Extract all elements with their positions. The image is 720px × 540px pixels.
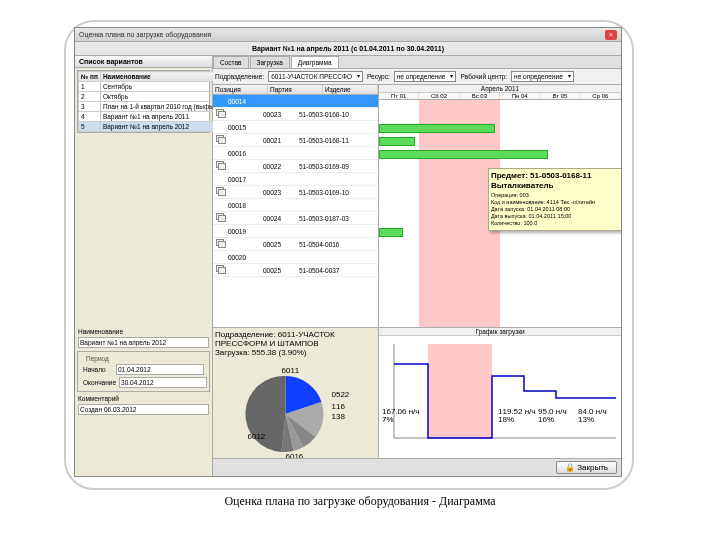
- position-row[interactable]: 0002151-0503-0168-11: [213, 134, 378, 147]
- tab-zagruzka[interactable]: Загрузка: [250, 56, 290, 68]
- resource-dropdown[interactable]: не определение: [394, 71, 457, 82]
- lock-icon: 🔒: [565, 463, 575, 472]
- svg-text:116: 116: [332, 402, 346, 411]
- filter-bar: Подразделение: 6011-УЧАСТОК ПРЕССФО Ресу…: [213, 69, 621, 85]
- table-row: 2Октябрь: [79, 92, 220, 102]
- svg-text:7%: 7%: [382, 415, 394, 424]
- period-fieldset: Период Начало Окончание: [77, 351, 210, 392]
- name-field[interactable]: [78, 337, 209, 348]
- close-button[interactable]: 🔒 Закрыть: [556, 461, 617, 474]
- position-row[interactable]: 0002351-0503-0169-10: [213, 186, 378, 199]
- start-date-field[interactable]: [116, 364, 204, 375]
- position-row[interactable]: 0002551-0504-0037: [213, 264, 378, 277]
- stack-icon: [216, 213, 225, 222]
- gantt-tooltip: Предмет: 51-0503-0168-11 Выталкиватель О…: [488, 168, 621, 230]
- left-panel: Список вариантов № ппНаименование 1Сентя…: [75, 56, 213, 476]
- svg-text:6011: 6011: [282, 366, 300, 375]
- position-row[interactable]: 0002451-0503-0187-03: [213, 212, 378, 225]
- svg-text:16%: 16%: [538, 415, 554, 424]
- tab-diagram[interactable]: Диаграмма: [291, 56, 339, 68]
- gantt-body[interactable]: Предмет: 51-0503-0168-11 Выталкиватель О…: [379, 100, 621, 327]
- stack-icon: [216, 239, 225, 248]
- pie-chart: 6011 0522 116 138 6012 6016: [213, 359, 378, 458]
- slide-caption: Оценка плана по загрузке оборудования - …: [0, 494, 720, 509]
- svg-text:13%: 13%: [578, 415, 594, 424]
- table-row: 5Вариант №1 на апрель 2012: [79, 122, 220, 132]
- table-row: 4Вариант №1 на апрель 2011: [79, 112, 220, 122]
- close-icon[interactable]: ×: [605, 30, 617, 40]
- gantt-panel[interactable]: Апрель 2011 Пт 01Сб 02Вс 03Пн 04Вт 05Ср …: [379, 85, 621, 327]
- svg-text:18%: 18%: [498, 415, 514, 424]
- stack-icon: [216, 187, 225, 196]
- variants-header: Список вариантов: [75, 56, 212, 68]
- comment-field[interactable]: [78, 404, 209, 415]
- footer: 🔒 Закрыть: [213, 458, 621, 476]
- svg-text:6012: 6012: [248, 432, 266, 441]
- pie-panel: Подразделение: 6011-УЧАСТОК ПРЕССФОРМ И …: [213, 328, 378, 458]
- end-date-field[interactable]: [119, 377, 207, 388]
- position-row[interactable]: 00018: [213, 199, 378, 212]
- position-row[interactable]: 00017: [213, 173, 378, 186]
- table-row: 3План на 1-й квартал 2010 год (выфыв: [79, 102, 220, 112]
- variant-bar: Вариант №1 на апрель 2011 (с 01.04.2011 …: [75, 42, 621, 56]
- variants-grid[interactable]: № ппНаименование 1Сентябрь 2Октябрь 3Пла…: [77, 70, 210, 133]
- stack-icon: [216, 161, 225, 170]
- position-row[interactable]: 00014: [213, 95, 378, 108]
- position-row[interactable]: 00016: [213, 147, 378, 160]
- tabs: Состав Загрузка Диаграмма: [213, 56, 621, 69]
- stack-icon: [216, 265, 225, 274]
- position-row[interactable]: 00020: [213, 251, 378, 264]
- position-row[interactable]: 0002251-0503-0169-09: [213, 160, 378, 173]
- positions-panel: Позиция Партия Изделие 000140002351-0503…: [213, 85, 378, 327]
- position-row[interactable]: 00015: [213, 121, 378, 134]
- workcenter-dropdown[interactable]: не определение: [511, 71, 574, 82]
- name-label: Наименование: [78, 328, 120, 335]
- svg-text:6016: 6016: [286, 452, 304, 458]
- tab-sostav[interactable]: Состав: [213, 56, 249, 68]
- position-row[interactable]: 0002351-0503-0168-10: [213, 108, 378, 121]
- app-window: Оценка плана по загрузке оборудования × …: [74, 27, 622, 477]
- position-row[interactable]: 0002551-0504-0016: [213, 238, 378, 251]
- dept-dropdown[interactable]: 6011-УЧАСТОК ПРЕССФО: [268, 71, 363, 82]
- table-row: 1Сентябрь: [79, 82, 220, 92]
- svg-rect-6: [428, 344, 492, 438]
- right-panel: Состав Загрузка Диаграмма Подразделение:…: [213, 56, 621, 476]
- window-title: Оценка плана по загрузке оборудования: [79, 31, 605, 38]
- load-chart-panel: График загрузки 167.06 н/ч 7% 119.52 н/ч…: [379, 328, 621, 458]
- titlebar: Оценка плана по загрузке оборудования ×: [75, 28, 621, 42]
- stack-icon: [216, 135, 225, 144]
- svg-text:138: 138: [332, 412, 346, 421]
- stack-icon: [216, 109, 225, 118]
- position-row[interactable]: 00019: [213, 225, 378, 238]
- svg-text:0522: 0522: [332, 390, 350, 399]
- load-chart: 167.06 н/ч 7% 119.52 н/ч 18% 95.0 н/ч 16…: [379, 336, 621, 448]
